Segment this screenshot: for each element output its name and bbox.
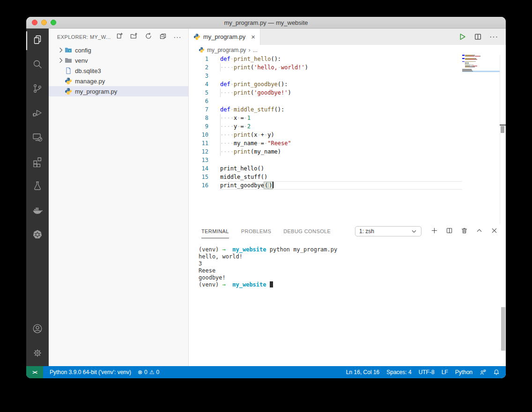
chevron-right-icon [57,57,65,64]
bell-icon [493,369,500,375]
tree-item-manage.py[interactable]: manage.py [49,76,188,86]
breadcrumb-file[interactable]: my_program.py [207,47,246,53]
line-number[interactable]: 4 [189,80,220,88]
breadcrumb-symbol[interactable]: ... [253,47,258,53]
minimap[interactable] [462,55,500,76]
terminal-output[interactable]: (venv) → my_website python my_program.py… [189,238,506,366]
new-terminal-button[interactable] [431,227,438,236]
text-cursor [273,182,273,188]
tree-item-db.sqlite3[interactable]: db.sqlite3 [49,66,188,76]
tab-close-icon[interactable]: × [251,33,255,40]
activity-source-control[interactable] [26,77,49,102]
line-number[interactable]: 9 [189,122,220,131]
gear-icon [32,347,43,360]
kill-terminal-button[interactable] [461,227,468,236]
folder-config-icon [65,46,72,54]
line-number[interactable]: 14 [189,164,220,173]
language-indicator[interactable]: Python [455,369,473,375]
tab-terminal[interactable]: TERMINAL [201,224,229,238]
code-line-14: 14print_hello() [189,164,506,173]
titlebar[interactable]: my_program.py — my_website [26,17,506,29]
terminal-scrollbar-thumb[interactable] [501,307,505,351]
code-line-12: 12····print(my_name) [189,147,506,156]
run-python-file-button[interactable] [458,33,466,41]
tab-problems[interactable]: PROBLEMS [241,224,271,238]
code-line-9: 9····y·=·2 [189,122,506,131]
breadcrumb: my_program.py › ... [189,45,506,55]
activity-kubernetes[interactable] [26,223,49,248]
maximize-panel-button[interactable] [476,227,483,236]
code-text: print_hello() [220,164,264,173]
split-editor-button[interactable] [474,33,482,41]
line-number[interactable]: 13 [189,156,220,164]
activity-extensions[interactable] [26,150,49,175]
tree-item-venv[interactable]: venv [49,55,188,66]
minimize-button[interactable] [41,20,47,25]
line-number[interactable]: 10 [189,131,220,139]
line-number[interactable]: 16 [189,181,220,190]
code-editor[interactable]: 1def·print_hello():2····print('hello,·wo… [189,55,506,224]
indent-indicator[interactable]: Spaces: 4 [386,369,411,375]
editor-scrollbar [500,55,506,224]
line-number[interactable]: 2 [189,63,220,72]
line-number[interactable]: 12 [189,147,220,156]
code-line-16: 16print_goodbye() [189,181,506,190]
activity-remote-explorer[interactable] [26,126,49,150]
code-text: def·print_goodbye(): [220,80,288,88]
terminal-line: (venv) → my_website python my_program.py [199,246,506,253]
line-number[interactable]: 7 [189,105,220,114]
activity-settings[interactable] [26,342,49,366]
line-number[interactable]: 11 [189,139,220,147]
line-col-indicator[interactable]: Ln 16, Col 16 [346,369,379,375]
code-line-1: 1def·print_hello(): [189,55,506,63]
close-panel-button[interactable] [491,227,498,236]
terminal-cursor [270,281,273,287]
editor-scrollbar-thumb[interactable] [501,126,504,133]
line-number[interactable]: 5 [189,88,220,97]
encoding-indicator[interactable]: UTF-8 [419,369,435,375]
code-line-5: 5····print('goodbye!') [189,88,506,97]
line-number[interactable]: 8 [189,114,220,122]
source-control-icon [32,83,43,96]
collapse-folders-button[interactable] [159,33,167,41]
tab-my-program[interactable]: my_program.py × [189,29,260,45]
split-terminal-button[interactable] [446,227,453,236]
activity-explorer[interactable] [26,29,49,53]
account-icon [32,323,43,336]
terminal-shell-select[interactable]: 1: zsh [355,226,421,236]
line-number[interactable]: 15 [189,173,220,181]
notifications-button[interactable] [493,369,500,375]
new-file-button[interactable] [115,33,124,41]
search-icon [32,59,43,72]
chevron-up-icon [476,227,483,236]
new-folder-button[interactable] [130,33,138,41]
eol-indicator[interactable]: LF [442,369,448,375]
docker-icon [32,205,43,218]
line-number[interactable]: 3 [189,72,220,80]
code-line-7: 7def·middle_stuff(): [189,105,506,114]
tab-debug-console[interactable]: DEBUG CONSOLE [283,224,331,238]
activity-accounts[interactable] [26,317,49,342]
views-more-button[interactable]: ··· [173,33,182,41]
editor-more-actions-button[interactable]: ··· [489,33,498,41]
tree-item-my_program.py[interactable]: my_program.py [49,86,188,96]
refresh-button[interactable] [144,33,153,41]
line-number[interactable]: 1 [189,55,220,63]
plus-icon [431,227,438,236]
remote-indicator[interactable]: >< [26,366,43,378]
line-number[interactable]: 6 [189,97,220,105]
activity-docker[interactable] [26,199,49,223]
code-line-8: 8····x·=·1 [189,114,506,122]
kubernetes-icon [32,229,43,242]
tree-item-config[interactable]: config [49,45,188,55]
zoom-button[interactable] [51,20,56,25]
python-icon [199,47,205,53]
close-button[interactable] [32,20,37,25]
python-interpreter-indicator[interactable]: Python 3.9.0 64-bit ('venv': venv) [50,369,131,375]
new-file-icon [116,32,123,42]
activity-search[interactable] [26,53,49,77]
activity-testing[interactable] [26,175,49,199]
activity-run-debug[interactable] [26,102,49,126]
problems-indicator[interactable]: ⊗ 0 ⚠ 0 [138,369,159,375]
feedback-button[interactable] [480,369,486,375]
